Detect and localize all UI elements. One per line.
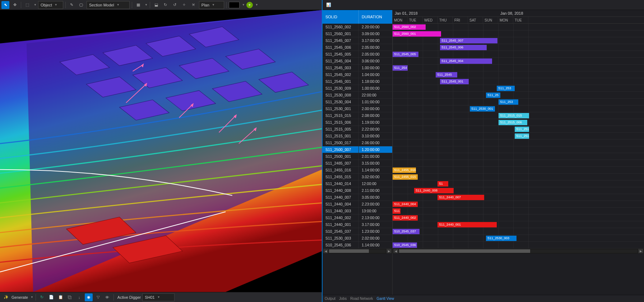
gantt-bar[interactable]: S11_2545_004 <box>440 58 492 64</box>
table-row[interactable]: S11_2440_0042.23:00:00 <box>323 201 392 208</box>
gantt-bar[interactable]: S11_2515_006 <box>499 120 527 125</box>
filter-icon[interactable]: ▽ <box>94 293 102 301</box>
gantt-bar[interactable]: S11_2545_007 <box>440 38 497 43</box>
table-hscroll[interactable]: ◀ ▶ <box>323 249 392 254</box>
gantt-bar[interactable]: S11_2530_001 <box>470 106 495 112</box>
table-row[interactable]: S11_2515_0152.08:00:00 <box>323 112 392 119</box>
active-digger-dropdown[interactable]: SH01▼ <box>142 293 175 301</box>
3d-viewport[interactable] <box>0 10 322 292</box>
footer-tab-jobs[interactable]: Jobs <box>339 297 347 301</box>
gantt-bar[interactable]: S11_2545_005 <box>393 52 418 57</box>
table-row[interactable]: S11_2545_0073.17:00:00 <box>323 37 392 44</box>
table-row[interactable]: S11_2560_0022.20:00:00 <box>323 24 392 30</box>
table-row[interactable]: S11_2560_0013.09:00:00 <box>323 30 392 37</box>
gantt-bar[interactable]: S11_2545 <box>436 72 457 77</box>
gantt-bar[interactable]: S11_25 <box>486 93 500 98</box>
gantt-bar[interactable]: S11_2545_006 <box>440 45 487 50</box>
selection-mode-icon[interactable]: ⬚ <box>23 1 31 9</box>
table-row[interactable]: S11_2515_0052.22:00:00 <box>323 126 392 133</box>
arrow-down-icon[interactable]: ↓ <box>75 293 83 301</box>
table-row[interactable]: S10_2545_0361.14:00:00 <box>323 242 392 249</box>
table-row[interactable]: S11_2440_0082.11:00:00 <box>323 187 392 194</box>
gantt-bar[interactable]: S11_2545_001 <box>440 79 469 84</box>
gantt-bar[interactable]: S11_2515_015 <box>499 113 529 118</box>
section-model-dropdown[interactable]: Section Model▼ <box>87 1 130 9</box>
table-row[interactable]: S11_2530_00822:00:00 <box>323 92 392 99</box>
gantt-bar[interactable]: S11_2440_004 <box>393 202 418 207</box>
gantt-bar[interactable]: S11_2560_002 <box>393 24 426 30</box>
table-row[interactable]: S11_2440_00313:00:00 <box>323 208 392 214</box>
gantt-bar[interactable]: S10_2545_037 <box>393 229 420 234</box>
table-row[interactable]: S11_2440_0022.13:00:00 <box>323 214 392 221</box>
axis-icon[interactable]: ⤧ <box>190 1 198 9</box>
rotate-icon[interactable]: ↻ <box>162 1 170 9</box>
color-swatch[interactable] <box>229 2 240 8</box>
gantt-bar[interactable]: S11 <box>393 208 400 214</box>
target-icon[interactable]: ✧ <box>180 1 188 9</box>
gantt-bar[interactable]: S11_2455_015 <box>393 174 418 180</box>
table-row[interactable]: S11_2545_0052.05:00:00 <box>323 51 392 58</box>
table-row[interactable]: S11_2545_0021.04:00:00 <box>323 71 392 78</box>
add-button[interactable]: + <box>246 2 253 8</box>
table-row[interactable]: S11_2545_0011.18:00:00 <box>323 78 392 85</box>
table-row[interactable]: S11_2530_0012.00:00:00 <box>323 105 392 112</box>
doc2-icon[interactable]: 📋 <box>57 293 65 301</box>
generate-button[interactable]: Generate <box>11 295 28 299</box>
copy-icon[interactable]: ⿻ <box>66 293 74 301</box>
gantt-bar[interactable]: S11_2440_007 <box>437 195 484 200</box>
gantt-bar[interactable]: S11_2560_001 <box>393 31 441 37</box>
table-row[interactable]: S11_2545_0043.06:00:00 <box>323 58 392 65</box>
table-row[interactable]: S11_2485_0073.15:00:00 <box>323 160 392 167</box>
gantt-chart[interactable]: Jan 01, 2018 Jan 08, 2018 MONTUEWEDTHUFR… <box>393 10 644 295</box>
table-row[interactable]: S11_2455_0161.14:00:00 <box>323 167 392 174</box>
move-tool[interactable]: ✥ <box>11 1 19 9</box>
table-row[interactable]: S11_2530_0032.02:00:00 <box>323 235 392 242</box>
table-row[interactable]: S11_2530_0091.00:00:00 <box>323 85 392 92</box>
gantt-bar[interactable]: S10_2545_036 <box>393 242 417 248</box>
gantt-bar[interactable]: S11_253 <box>499 99 518 105</box>
gantt-bar[interactable]: S11_2440_002 <box>393 215 418 221</box>
refresh-icon[interactable]: ↻ <box>38 293 46 301</box>
doc1-icon[interactable]: 📄 <box>47 293 55 301</box>
select-tool[interactable]: ⬉ <box>1 1 9 9</box>
gantt-bar[interactable]: S11_254 <box>393 65 408 71</box>
toggle-icon[interactable]: ◉ <box>85 293 93 301</box>
table-row[interactable]: S11_2500_0172.06:00:00 <box>323 140 392 146</box>
table-row[interactable]: S11_2440_0073.05:00:00 <box>323 194 392 201</box>
gantt-bar[interactable]: S1 <box>437 181 448 187</box>
table-row[interactable]: S11_2500_0071.20:00:00 <box>323 146 392 153</box>
column-header-solid[interactable]: SOLID <box>323 10 358 24</box>
gantt-bar[interactable]: S11_2455_016 <box>393 167 416 173</box>
footer-tab-gantt-view[interactable]: Gantt View <box>377 297 394 301</box>
rotate2-icon[interactable]: ↺ <box>171 1 179 9</box>
gantt-bar[interactable]: S11_2530_003 <box>486 236 516 241</box>
wand-icon[interactable]: ✨ <box>2 293 10 301</box>
gantt-bar[interactable]: S11_251 <box>515 127 529 132</box>
grid-icon[interactable]: ▦ <box>134 1 142 9</box>
footer-tab-road-network[interactable]: Road Network <box>350 297 373 301</box>
table-row[interactable]: S11_2530_0041.01:00:00 <box>323 99 392 105</box>
table-row[interactable]: S11_2440_01412:00:00 <box>323 180 392 187</box>
table-row[interactable]: S11_2440_0013.17:00:00 <box>323 221 392 228</box>
table-row[interactable]: S11_2545_0062.05:00:00 <box>323 44 392 51</box>
table-row[interactable]: S10_2545_0371.23:00:00 <box>323 228 392 235</box>
table-row[interactable]: S11_2545_0031.00:00:00 <box>323 65 392 71</box>
column-header-duration[interactable]: DURATION <box>358 10 392 24</box>
table-row[interactable]: S11_2455_0153.02:00:00 <box>323 174 392 180</box>
gantt-bar[interactable]: S11_2440_008 <box>414 188 454 193</box>
layers-icon[interactable]: ⬓ <box>152 1 160 9</box>
footer-tab-output[interactable]: Output <box>325 297 335 301</box>
gantt-tool-icon[interactable]: 📊 <box>325 1 333 9</box>
brush-icon[interactable]: ✎ <box>68 1 76 9</box>
plan-dropdown[interactable]: Plan▼ <box>199 1 224 9</box>
gantt-hscroll[interactable]: ◀ ▶ <box>393 249 644 254</box>
table-row[interactable]: S11_2515_0061.19:00:00 <box>323 119 392 126</box>
gantt-bar[interactable]: S11_2440_001 <box>437 222 497 227</box>
gantt-bar[interactable]: S11_253 <box>497 86 515 91</box>
table-row[interactable]: S11_2500_0012.01:00:00 <box>323 153 392 160</box>
object-dropdown[interactable]: Object▼ <box>38 1 63 9</box>
table-row[interactable]: S11_2515_0013.10:00:00 <box>323 133 392 140</box>
visibility-icon[interactable]: 👁 <box>103 293 111 301</box>
monitor-icon[interactable]: 🖵 <box>77 1 85 9</box>
gantt-bar[interactable]: S11_2515 <box>515 133 529 139</box>
